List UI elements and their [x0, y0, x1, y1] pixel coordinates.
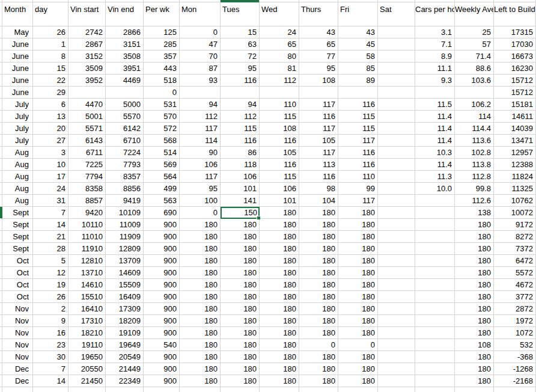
cell-weekly-average[interactable]: 25 [455, 26, 494, 38]
header-day[interactable]: day [33, 2, 69, 26]
cell-tues[interactable]: 95 [221, 63, 260, 75]
cell-per-wk[interactable]: 900 [144, 291, 180, 303]
cell-weekly-average[interactable]: 180 [455, 363, 494, 375]
cell-vin-end[interactable]: 3151 [106, 38, 144, 51]
cell-fri[interactable]: 58 [338, 51, 378, 63]
cell-tues[interactable]: 118 [221, 159, 260, 171]
cell-fri[interactable]: 117 [338, 195, 378, 207]
cell-left-to-build[interactable]: 6472 [494, 255, 536, 267]
cell-tues[interactable]: 180 [221, 255, 260, 267]
cell-left-to-build[interactable]: 14611 [494, 111, 536, 123]
cell-thurs[interactable]: 105 [299, 135, 338, 147]
cell-fri[interactable]: 116 [338, 147, 378, 159]
cell-cars-per-hour[interactable] [415, 291, 455, 303]
cell-month[interactable]: June [2, 63, 33, 75]
cell-weekly-average[interactable]: 106.2 [455, 99, 494, 111]
cell-vin-start[interactable]: 6711 [69, 147, 106, 159]
cell-vin-start[interactable]: 11010 [69, 231, 106, 243]
cell-day[interactable]: 6 [33, 99, 69, 111]
cell-day[interactable]: 8 [33, 51, 69, 63]
header-cars-per-hour[interactable]: Cars per hour [415, 2, 455, 26]
cell-wed[interactable]: 110 [260, 99, 299, 111]
cell-wed[interactable]: 180 [260, 363, 299, 375]
cell-sat[interactable] [378, 38, 415, 51]
cell-month[interactable]: July [2, 135, 33, 147]
cell-fri[interactable]: 180 [338, 255, 378, 267]
cell-fri[interactable]: 117 [338, 135, 378, 147]
cell-day[interactable]: 29 [33, 87, 69, 99]
cell-mon[interactable]: 180 [180, 315, 221, 327]
cell-left-to-build[interactable]: 17315 [494, 26, 536, 38]
cell-per-wk[interactable]: 564 [144, 171, 180, 183]
cell-thurs[interactable]: 113 [299, 159, 338, 171]
cell-vin-start[interactable]: 21450 [69, 375, 106, 387]
cell-month[interactable]: Oct [2, 267, 33, 279]
cell-sat[interactable] [378, 255, 415, 267]
header-thurs[interactable]: Thurs [299, 2, 338, 26]
cell-thurs[interactable]: 43 [299, 26, 338, 38]
cell-vin-start[interactable]: 13710 [69, 267, 106, 279]
cell-day[interactable]: 15 [33, 63, 69, 75]
cell-day[interactable]: 26 [33, 26, 69, 38]
cell-left-to-build[interactable]: 11824 [494, 171, 536, 183]
cell-month[interactable]: Oct [2, 291, 33, 303]
cell-vin-start[interactable]: 5571 [69, 123, 106, 135]
cell-per-wk[interactable]: 900 [144, 375, 180, 387]
cell-cars-per-hour[interactable]: 3.1 [415, 26, 455, 38]
cell-fri[interactable]: 180 [338, 207, 378, 219]
cell-per-wk[interactable]: 568 [144, 135, 180, 147]
cell-left-to-build[interactable]: 10072 [494, 207, 536, 219]
cell-vin-start[interactable]: 5001 [69, 111, 106, 123]
cell-vin-start[interactable]: 11910 [69, 243, 106, 255]
cell-month[interactable]: Oct [2, 255, 33, 267]
cell-tues[interactable]: 101 [221, 183, 260, 195]
cell-left-to-build[interactable]: 4672 [494, 279, 536, 291]
cell-cars-per-hour[interactable] [415, 87, 455, 99]
cell-weekly-average[interactable]: 180 [455, 291, 494, 303]
cell-month[interactable]: Dec [2, 375, 33, 387]
cell-sat[interactable] [378, 243, 415, 255]
cell-tues[interactable]: 63 [221, 38, 260, 51]
cell-fri[interactable]: 180 [338, 303, 378, 315]
cell-weekly-average[interactable]: 180 [455, 267, 494, 279]
cell-per-wk[interactable]: 900 [144, 363, 180, 375]
cell-thurs[interactable]: 180 [299, 267, 338, 279]
cell-left-to-build[interactable]: 8272 [494, 231, 536, 243]
cell-sat[interactable] [378, 26, 415, 38]
cell-left-to-build[interactable]: 16230 [494, 63, 536, 75]
cell-weekly-average[interactable]: 180 [455, 243, 494, 255]
cell-sat[interactable] [378, 339, 415, 351]
cell-wed[interactable]: 115 [260, 111, 299, 123]
cell-month[interactable]: Oct [2, 279, 33, 291]
cell-vin-start[interactable]: 14610 [69, 279, 106, 291]
cell-tues[interactable]: 180 [221, 351, 260, 363]
cell-month[interactable]: Nov [2, 351, 33, 363]
cell-month[interactable]: June [2, 75, 33, 87]
cell-thurs[interactable]: 180 [299, 303, 338, 315]
cell-sat[interactable] [378, 147, 415, 159]
cell-per-wk[interactable]: 518 [144, 75, 180, 87]
cell-mon[interactable]: 180 [180, 291, 221, 303]
cell-fri[interactable]: 180 [338, 315, 378, 327]
cell-mon[interactable]: 47 [180, 38, 221, 51]
cell-month[interactable]: Nov [2, 339, 33, 351]
cell-day[interactable]: 22 [33, 75, 69, 87]
cell-vin-end[interactable]: 8357 [106, 171, 144, 183]
cell-vin-end[interactable]: 9419 [106, 195, 144, 207]
header-weekly-average[interactable]: Weekly Average [455, 2, 494, 26]
cell-fri[interactable]: 99 [338, 183, 378, 195]
cell-fri[interactable]: 180 [338, 375, 378, 387]
cell-tues[interactable]: 180 [221, 231, 260, 243]
cell-sat[interactable] [378, 327, 415, 339]
cell-weekly-average[interactable]: 138 [455, 207, 494, 219]
cell-per-wk[interactable]: 499 [144, 183, 180, 195]
cell-weekly-average[interactable]: 113.6 [455, 135, 494, 147]
cell-fri[interactable]: 115 [338, 123, 378, 135]
cell-wed[interactable]: 180 [260, 219, 299, 231]
cell-fri[interactable]: 180 [338, 231, 378, 243]
cell-vin-end[interactable]: 19649 [106, 339, 144, 351]
cell-cars-per-hour[interactable] [415, 219, 455, 231]
cell-fri[interactable]: 116 [338, 159, 378, 171]
cell-vin-start[interactable]: 16410 [69, 303, 106, 315]
cell-left-to-build[interactable]: 5572 [494, 267, 536, 279]
